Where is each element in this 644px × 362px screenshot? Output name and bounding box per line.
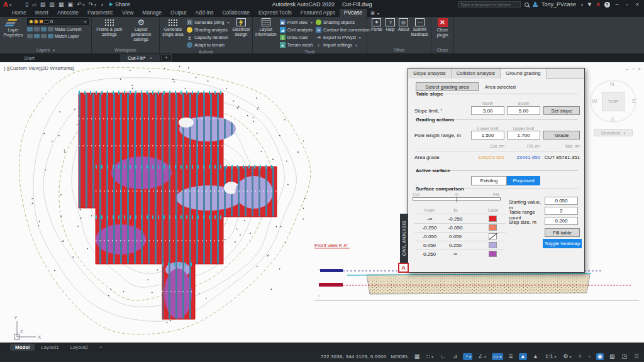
starting-value-input[interactable]: 0.050 bbox=[545, 197, 578, 205]
tab-express-tools[interactable]: Express Tools bbox=[254, 9, 296, 17]
close-plugin-button[interactable]: ✕ Close plugin bbox=[434, 18, 451, 38]
annotation-monitor-icon[interactable]: + bbox=[577, 353, 583, 360]
autocad-logo-icon[interactable]: A bbox=[3, 1, 8, 8]
proposed-surface-button[interactable]: Proposed bbox=[507, 176, 540, 185]
autodesk-a-icon[interactable]: A bbox=[596, 2, 601, 8]
minimize-button[interactable]: – bbox=[614, 1, 621, 8]
clean-screen-icon[interactable]: ▨ bbox=[608, 353, 616, 360]
pole-upper-input[interactable]: 1.700 bbox=[507, 131, 540, 140]
shading-objects-button[interactable]: Shading objects bbox=[316, 19, 370, 26]
undo-icon[interactable]: ↶▾ bbox=[77, 2, 85, 8]
tab-collision-analysis[interactable]: Collision analysis bbox=[452, 69, 501, 79]
infer-constraints-icon[interactable]: ∟ bbox=[439, 353, 447, 360]
doc-tab-close-icon[interactable]: × bbox=[149, 55, 152, 61]
tab-home[interactable]: Home bbox=[8, 9, 31, 17]
tab-addins[interactable]: Add-ins bbox=[191, 9, 218, 17]
snap-mode-icon[interactable]: ∷▾ bbox=[425, 353, 435, 360]
save-icon[interactable]: ▤ bbox=[40, 2, 46, 8]
layer-isolate-icon[interactable] bbox=[27, 27, 33, 31]
restore-button[interactable]: ▫ bbox=[625, 1, 630, 8]
pole-lower-input[interactable]: 1.500 bbox=[471, 131, 504, 140]
make-current-button[interactable]: Make Current bbox=[55, 27, 81, 31]
help-ribbon-button[interactable]: ?Help bbox=[385, 18, 396, 32]
step-size-input[interactable]: 0.200 bbox=[545, 217, 578, 225]
new-file-icon[interactable]: ▯ bbox=[25, 2, 28, 8]
lineweight-icon[interactable]: ≣ bbox=[508, 353, 515, 360]
ortho-mode-icon[interactable]: ◔▾ bbox=[463, 353, 472, 360]
doc-restore-icon[interactable]: ▫ bbox=[632, 66, 634, 72]
portal-button[interactable]: ✦Portal bbox=[370, 18, 384, 32]
doc-tab-cutfill[interactable]: Cut-Fill*× bbox=[120, 54, 160, 62]
user-caret-icon[interactable]: ▾ bbox=[581, 3, 583, 7]
generate-single-area-button[interactable]: Generate single area bbox=[162, 18, 184, 37]
match-layer-button[interactable]: Match Layer bbox=[55, 34, 79, 38]
electrical-design-button[interactable]: Electrical design bbox=[232, 18, 250, 37]
about-button[interactable]: ◎About bbox=[397, 18, 410, 32]
viewport-controls-label[interactable]: [-][Custom View][2D Wireframe] bbox=[4, 65, 74, 71]
ribbon-display-toggle[interactable]: ▣▾ bbox=[370, 11, 379, 17]
tab-featured-apps[interactable]: Featured Apps bbox=[296, 9, 340, 17]
select-grading-area-button[interactable]: Select grading area bbox=[416, 82, 479, 91]
layer-walk-icon[interactable] bbox=[48, 34, 53, 38]
workspace-switching-icon[interactable]: ⚙▾ bbox=[562, 353, 572, 360]
search-input[interactable] bbox=[458, 1, 521, 8]
viewcube-east[interactable]: E bbox=[632, 98, 636, 104]
layer-off-icon[interactable] bbox=[48, 27, 53, 31]
tab-insert[interactable]: Insert bbox=[31, 9, 53, 17]
dynamic-input-icon[interactable]: ⊿ bbox=[452, 353, 459, 360]
civil-analysis-button[interactable]: ◢Civil analysis bbox=[280, 26, 313, 33]
layer-properties-button[interactable]: Layer Properties bbox=[3, 18, 24, 38]
terrain-mesh-button[interactable]: ▲Terrain mesh bbox=[280, 41, 313, 48]
layer-lock-tool-icon[interactable] bbox=[27, 34, 33, 38]
viewcube-north[interactable]: N bbox=[610, 81, 614, 87]
help-icon[interactable]: ? bbox=[604, 2, 610, 8]
capacity-iteration-button[interactable]: ±Capacity iteration bbox=[187, 34, 230, 41]
set-slope-button[interactable]: Set slope bbox=[543, 106, 580, 115]
civil-analysis-side-tab[interactable]: CIVIL ANALYSIS bbox=[400, 214, 408, 263]
layer-unlock-tool-icon[interactable] bbox=[34, 34, 40, 38]
polar-tracking-icon[interactable]: ∠▾ bbox=[477, 353, 487, 360]
layer-dropdown[interactable]: 0 ▾ bbox=[27, 18, 89, 25]
import-settings-button[interactable]: ↓Import settings▾ bbox=[316, 41, 370, 48]
open-file-icon[interactable]: ▱ bbox=[32, 2, 36, 8]
redo-icon[interactable]: ↷▾ bbox=[88, 2, 96, 8]
frame-park-settings-button[interactable]: Frame & park settings bbox=[94, 18, 125, 37]
tab-output[interactable]: Output bbox=[166, 9, 191, 17]
units-icon[interactable]: ▫ bbox=[587, 353, 592, 360]
existing-surface-button[interactable]: Existing bbox=[471, 176, 507, 185]
submit-feedback-button[interactable]: ⋯Submit feedback bbox=[411, 18, 428, 37]
layers-panel-label[interactable]: Layers▾ bbox=[0, 47, 91, 53]
layout-tab-layout2[interactable]: Layout2 bbox=[65, 344, 93, 351]
fill-table-button[interactable]: Fill table bbox=[545, 228, 580, 237]
new-drawing-plus-icon[interactable]: + bbox=[161, 54, 172, 62]
cut-fill-slider[interactable] bbox=[413, 197, 501, 200]
contour-line-conversion-button[interactable]: ≋Contour line conversion bbox=[316, 26, 370, 33]
layer-unisolate-icon[interactable] bbox=[34, 27, 40, 31]
layer-freeze-tool-icon[interactable] bbox=[41, 27, 47, 31]
print-icon[interactable]: ▣ bbox=[67, 2, 73, 8]
tab-ground-grading[interactable]: Ground grading bbox=[501, 69, 547, 79]
layout-tab-layout1[interactable]: Layout1 bbox=[36, 344, 64, 351]
tab-manage[interactable]: Manage bbox=[138, 9, 166, 17]
draw-road-button[interactable]: ∥Draw road bbox=[280, 34, 313, 41]
annotation-visibility-icon[interactable]: ▲ bbox=[519, 353, 527, 360]
viewcube-south[interactable]: S bbox=[611, 116, 614, 123]
save-as-icon[interactable]: ▥ bbox=[49, 2, 55, 8]
layout-information-button[interactable]: Layout information bbox=[255, 18, 277, 37]
qat-customize-icon[interactable]: ▾ bbox=[101, 3, 103, 7]
fullscreen-icon[interactable]: ◳ bbox=[620, 353, 628, 360]
graphics-performance-icon[interactable]: ◉ bbox=[596, 353, 604, 360]
slope-south-input[interactable]: 5.00 bbox=[507, 106, 540, 115]
adapt-to-terrain-button[interactable]: Adapt to terrain bbox=[187, 41, 230, 48]
close-button[interactable]: × bbox=[634, 1, 641, 8]
tab-slope-analysis[interactable]: Slope analysis bbox=[408, 69, 452, 79]
toggle-heatmap-button[interactable]: Toggle heatmap bbox=[543, 239, 582, 248]
doc-minimize-icon[interactable]: – bbox=[626, 66, 628, 72]
doc-tab-start[interactable]: Start bbox=[16, 54, 42, 62]
username[interactable]: Tony_PVcase bbox=[541, 1, 576, 8]
table-range-count-input[interactable]: 2 bbox=[545, 207, 578, 215]
search-icon[interactable] bbox=[525, 3, 529, 7]
tab-pvcase[interactable]: PVcase bbox=[340, 9, 367, 17]
shading-analysis-button[interactable]: Shading analysis bbox=[187, 26, 230, 33]
layer-thaw-icon[interactable] bbox=[41, 34, 47, 38]
